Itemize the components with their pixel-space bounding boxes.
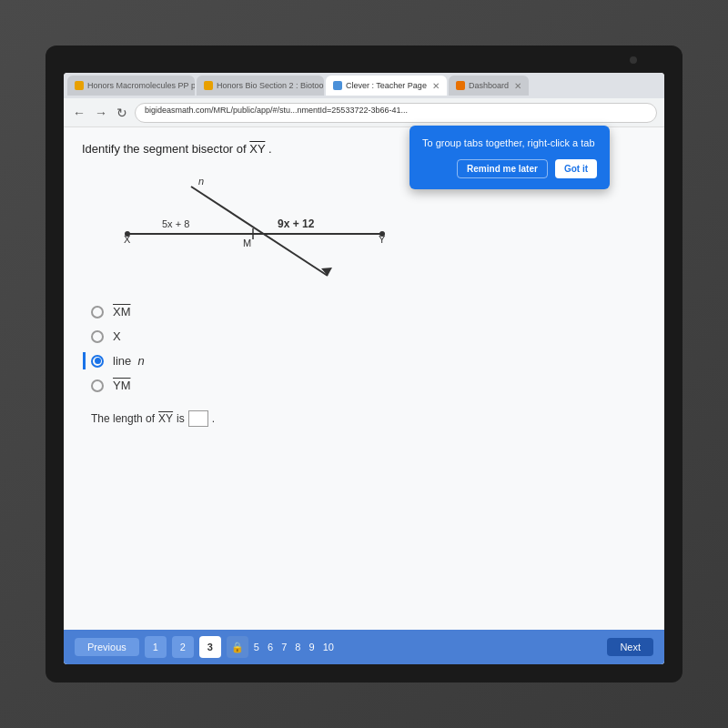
reload-button[interactable]: ↻ bbox=[115, 106, 129, 120]
choice-ym[interactable]: YM bbox=[91, 377, 646, 394]
browser-screen: Honors Macromolecules PP p... ✕ Honors B… bbox=[64, 73, 664, 664]
radio-x[interactable] bbox=[91, 330, 104, 343]
question-period: . bbox=[268, 142, 272, 156]
remind-later-button[interactable]: Remind me later bbox=[457, 159, 548, 178]
tab-close-3[interactable]: ✕ bbox=[432, 81, 440, 91]
diagram-svg: X M Y n 5x + 8 9x + 12 bbox=[100, 168, 410, 287]
radio-ym[interactable] bbox=[91, 379, 104, 392]
page-lock: 🔒 bbox=[227, 636, 248, 658]
choice-x[interactable]: X bbox=[91, 328, 646, 345]
svg-text:9x + 12: 9x + 12 bbox=[278, 217, 315, 230]
bottom-nav: Previous 1 2 3 🔒 5 6 7 8 9 10 Next bbox=[64, 630, 664, 664]
forward-button[interactable]: → bbox=[93, 106, 109, 120]
choice-line-n-label: line n bbox=[113, 354, 145, 368]
choice-line-n[interactable]: line n bbox=[83, 352, 646, 369]
next-button[interactable]: Next bbox=[607, 638, 653, 656]
page-10[interactable]: 10 bbox=[320, 642, 334, 652]
svg-text:5x + 8: 5x + 8 bbox=[162, 218, 189, 229]
tab-group-tooltip: To group tabs together, right-click a ta… bbox=[410, 126, 610, 189]
question-segment: XY bbox=[249, 142, 265, 156]
choice-xm-label: XM bbox=[113, 305, 131, 318]
svg-line-2 bbox=[191, 187, 328, 276]
tab-close-4[interactable]: ✕ bbox=[514, 81, 521, 91]
radio-inner-line-n bbox=[95, 358, 101, 364]
svg-text:n: n bbox=[198, 176, 204, 187]
laptop-shell: Honors Macromolecules PP p... ✕ Honors B… bbox=[0, 0, 728, 728]
tab-clever[interactable]: Clever : Teacher Page ✕ bbox=[326, 76, 447, 96]
tab-favicon-3 bbox=[333, 81, 342, 90]
got-it-button[interactable]: Got it bbox=[555, 159, 597, 178]
length-period: . bbox=[212, 412, 215, 425]
address-input[interactable]: bigideasmath.com/MRL/public/app/#/stu...… bbox=[135, 103, 657, 123]
tab-favicon-4 bbox=[456, 81, 465, 90]
choice-x-label: X bbox=[113, 329, 121, 343]
address-text: bigideasmath.com/MRL/public/app/#/stu...… bbox=[145, 106, 408, 115]
radio-line-n[interactable] bbox=[91, 355, 104, 368]
page-2[interactable]: 2 bbox=[172, 636, 194, 658]
page-7[interactable]: 7 bbox=[278, 642, 287, 652]
choice-xm[interactable]: XM bbox=[91, 303, 646, 320]
previous-button[interactable]: Previous bbox=[75, 638, 139, 656]
page-6[interactable]: 6 bbox=[265, 642, 273, 652]
answer-choices: XM X line n bbox=[91, 303, 646, 394]
tab-honors-bio[interactable]: Honors Bio Section 2 : Biotoo... ✕ bbox=[197, 76, 324, 96]
page-5[interactable]: 5 bbox=[254, 642, 259, 652]
screen-bezel: Honors Macromolecules PP p... ✕ Honors B… bbox=[46, 46, 682, 682]
length-suffix: is bbox=[177, 412, 185, 425]
page-9[interactable]: 9 bbox=[306, 642, 314, 652]
camera bbox=[630, 56, 637, 64]
tab-label-4: Dashboard bbox=[469, 81, 509, 90]
address-bar: ← → ↻ bigideasmath.com/MRL/public/app/#/… bbox=[64, 98, 664, 127]
tooltip-text: To group tabs together, right-click a ta… bbox=[422, 136, 597, 150]
tab-label-2: Honors Bio Section 2 : Biotoo... bbox=[217, 81, 324, 90]
content-area: Identify the segment bisector of XY . bbox=[64, 127, 664, 664]
tab-label-1: Honors Macromolecules PP p... bbox=[87, 81, 195, 90]
length-segment: XY bbox=[158, 412, 173, 425]
radio-xm[interactable] bbox=[91, 306, 104, 318]
tab-dashboard[interactable]: Dashboard ✕ bbox=[449, 76, 529, 96]
tab-favicon-1 bbox=[75, 81, 84, 90]
tooltip-buttons: Remind me later Got it bbox=[422, 159, 597, 178]
back-button[interactable]: ← bbox=[71, 106, 87, 120]
svg-text:M: M bbox=[243, 238, 251, 248]
choice-ym-label: YM bbox=[113, 379, 131, 392]
tab-honors-macro[interactable]: Honors Macromolecules PP p... ✕ bbox=[67, 76, 195, 96]
page-1[interactable]: 1 bbox=[145, 636, 167, 658]
page-8[interactable]: 8 bbox=[292, 642, 300, 652]
page-3[interactable]: 3 bbox=[199, 636, 221, 658]
question-prefix: Identify the segment bisector of bbox=[82, 142, 249, 156]
length-answer-box[interactable] bbox=[188, 410, 208, 427]
length-text: The length of bbox=[91, 412, 155, 425]
tab-favicon-2 bbox=[204, 81, 213, 90]
tab-bar: Honors Macromolecules PP p... ✕ Honors B… bbox=[64, 73, 664, 98]
length-question: The length of XY is . bbox=[91, 410, 646, 427]
svg-point-11 bbox=[379, 231, 385, 237]
tab-label-3: Clever : Teacher Page bbox=[346, 81, 427, 90]
svg-point-10 bbox=[125, 231, 130, 237]
